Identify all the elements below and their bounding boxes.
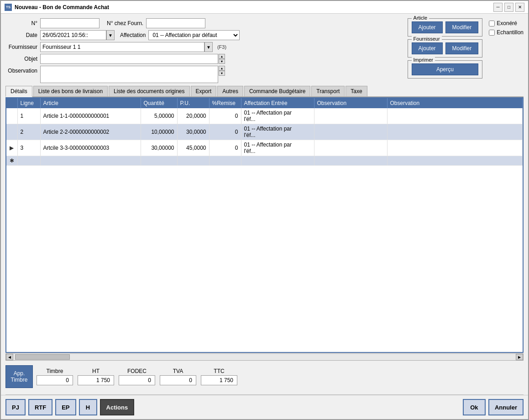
cell-new-quantite bbox=[141, 156, 177, 166]
fournisseur-buttons-row: Ajouter Modifier bbox=[412, 42, 479, 54]
col-observation1: Observation bbox=[314, 98, 387, 108]
tab-bons-livraison[interactable]: Liste des bons de livraison bbox=[33, 86, 108, 96]
affectation-select[interactable]: 01 -- Affectation par défaut bbox=[148, 30, 240, 40]
tab-export[interactable]: Export bbox=[191, 86, 217, 96]
col-indicator bbox=[6, 98, 17, 108]
app-timbre-button[interactable]: App.Timbre bbox=[5, 365, 33, 388]
tva-value[interactable] bbox=[160, 375, 196, 385]
fournisseur-label: Fournisseur bbox=[5, 44, 37, 50]
table-row[interactable]: 1 Article 1-1-0000000000001 5,00000 20,0… bbox=[6, 108, 523, 124]
table-header-row: Ligne Article Quantité P.U. %Remise Affe… bbox=[6, 98, 523, 108]
app-icon: TS bbox=[5, 4, 12, 11]
summary-fields: Timbre HT FODEC TVA TTC bbox=[37, 368, 524, 385]
ht-item: HT bbox=[78, 368, 114, 385]
cell-new-pu bbox=[177, 156, 209, 166]
imprimer-buttons-row: Aperçu bbox=[412, 63, 479, 75]
col-ligne: Ligne bbox=[17, 98, 40, 108]
apercu-button[interactable]: Aperçu bbox=[412, 63, 479, 75]
scroll-thumb[interactable] bbox=[15, 354, 70, 360]
ep-button[interactable]: EP bbox=[55, 399, 76, 415]
actions-button[interactable]: Actions bbox=[100, 399, 135, 415]
window-title: Nouveau - Bon de Commande Achat bbox=[15, 4, 109, 10]
cell-obs1 bbox=[314, 140, 387, 156]
tab-details[interactable]: Détails bbox=[5, 86, 32, 97]
row-indicator bbox=[6, 108, 17, 124]
fodec-item: FODEC bbox=[119, 368, 155, 385]
objet-input[interactable] bbox=[40, 54, 218, 64]
ttc-label: TTC bbox=[214, 368, 224, 374]
cell-pu: 30,0000 bbox=[177, 124, 209, 140]
rtf-button[interactable]: RTF bbox=[28, 399, 52, 415]
exonere-checkbox[interactable] bbox=[489, 21, 495, 26]
echantillon-checkbox[interactable] bbox=[489, 30, 495, 36]
objet-down-button[interactable]: ▼ bbox=[219, 59, 225, 64]
numero-fourn-input[interactable] bbox=[146, 18, 205, 28]
fournisseur-dropdown-button[interactable]: ▼ bbox=[204, 42, 213, 52]
fournisseur-modifier-button[interactable]: Modifier bbox=[445, 42, 479, 54]
ht-label: HT bbox=[92, 368, 100, 374]
objet-label: Objet bbox=[5, 56, 37, 62]
cell-article: Article 1-1-0000000000001 bbox=[40, 108, 141, 124]
h-button[interactable]: H bbox=[79, 399, 97, 415]
top-section: N° N° chez Fourn. Date ▼ Affectation bbox=[5, 18, 524, 83]
obs-up-button[interactable]: ▲ bbox=[219, 66, 225, 71]
checkboxes-section: Exonéré Echantillon bbox=[487, 18, 524, 83]
timbre-value[interactable] bbox=[37, 375, 73, 385]
tab-transport[interactable]: Transport bbox=[311, 86, 345, 96]
ok-button[interactable]: Ok bbox=[463, 399, 486, 415]
article-buttons-row: Ajouter Modifier bbox=[412, 21, 479, 33]
fodec-label: FODEC bbox=[127, 368, 147, 374]
close-button[interactable]: ✕ bbox=[515, 3, 524, 12]
observation-row: Observation ▲ ▼ bbox=[5, 66, 403, 83]
observation-input[interactable] bbox=[40, 66, 218, 83]
table-row[interactable]: ▶ 3 Artcile 3-3-0000000000003 30,00000 4… bbox=[6, 140, 523, 156]
cell-remise: 0 bbox=[209, 140, 241, 156]
numero-row: N° N° chez Fourn. bbox=[5, 18, 403, 28]
article-group-label: Article bbox=[412, 15, 429, 21]
cell-obs2 bbox=[387, 108, 523, 124]
cell-ligne: 2 bbox=[17, 124, 40, 140]
objet-up-button[interactable]: ▲ bbox=[219, 54, 225, 59]
exonere-label: Exonéré bbox=[497, 20, 517, 26]
table-row-new[interactable]: ✱ bbox=[6, 156, 523, 166]
cell-quantite: 10,00000 bbox=[141, 124, 177, 140]
tab-commande-budgetaire[interactable]: Commande Budgétaire bbox=[244, 86, 310, 96]
tab-autres[interactable]: Autres bbox=[217, 86, 243, 96]
timbre-item: Timbre bbox=[37, 368, 73, 385]
article-modifier-button[interactable]: Modifier bbox=[445, 21, 479, 33]
cell-obs1 bbox=[314, 124, 387, 140]
fodec-value[interactable] bbox=[119, 375, 155, 385]
cell-quantite: 5,00000 bbox=[141, 108, 177, 124]
numero-input[interactable] bbox=[40, 18, 100, 28]
table-row[interactable]: 2 Article 2-2-0000000000002 10,00000 30,… bbox=[6, 124, 523, 140]
annuler-button[interactable]: Annuler bbox=[488, 399, 524, 415]
minimize-button[interactable]: ─ bbox=[493, 3, 503, 12]
footer-right-buttons: Ok Annuler bbox=[463, 399, 524, 415]
col-pu: P.U. bbox=[177, 98, 209, 108]
details-table: Ligne Article Quantité P.U. %Remise Affe… bbox=[6, 98, 523, 166]
numero-label: N° bbox=[5, 20, 37, 26]
numero-fourn-label: N° chez Fourn. bbox=[107, 20, 143, 26]
date-dropdown-button[interactable]: ▼ bbox=[106, 30, 115, 40]
tab-documents-origines[interactable]: Liste des documents origines bbox=[109, 86, 189, 96]
tab-taxe[interactable]: Taxe bbox=[346, 86, 367, 96]
cell-obs2 bbox=[387, 140, 523, 156]
pj-button[interactable]: PJ bbox=[5, 399, 26, 415]
row-indicator: ▶ bbox=[6, 140, 17, 156]
form-fields: N° N° chez Fourn. Date ▼ Affectation bbox=[5, 18, 403, 83]
fournisseur-input[interactable] bbox=[40, 42, 204, 52]
date-input[interactable] bbox=[40, 30, 106, 40]
obs-down-button[interactable]: ▼ bbox=[219, 71, 225, 76]
article-ajouter-button[interactable]: Ajouter bbox=[412, 21, 443, 33]
fournisseur-group-label: Fournisseur bbox=[412, 36, 442, 42]
timbre-label: Timbre bbox=[47, 368, 63, 374]
ht-value[interactable] bbox=[78, 375, 114, 385]
restore-button[interactable]: □ bbox=[504, 3, 513, 12]
ttc-value[interactable] bbox=[201, 375, 237, 385]
scroll-right-btn[interactable]: ▶ bbox=[516, 354, 523, 360]
fournisseur-ajouter-button[interactable]: Ajouter bbox=[412, 42, 443, 54]
scroll-left-btn[interactable]: ◀ bbox=[6, 354, 13, 360]
cell-new-obs1 bbox=[314, 156, 387, 166]
horizontal-scrollbar[interactable]: ◀ ▶ bbox=[5, 353, 524, 361]
date-label: Date bbox=[5, 32, 37, 38]
